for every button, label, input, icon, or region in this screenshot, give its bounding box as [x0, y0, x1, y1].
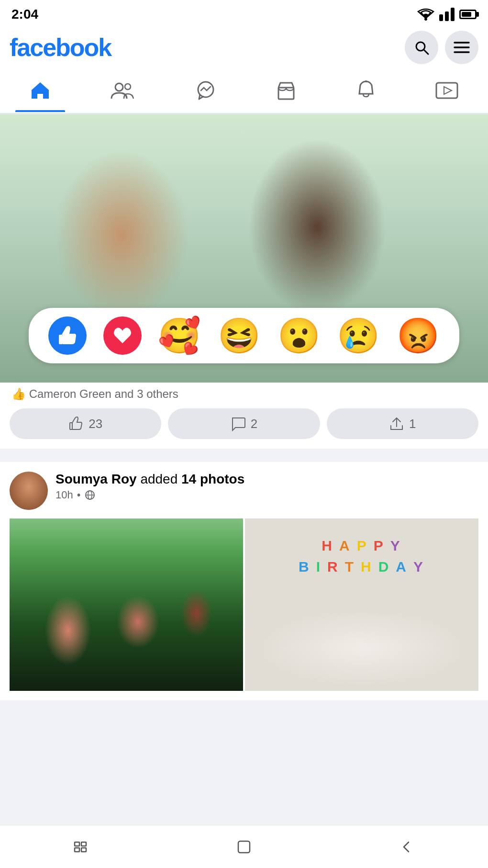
post-action: added	[140, 472, 181, 486]
post-header: Soumya Roy added 14 photos 10h •	[10, 472, 478, 510]
post-time: 10h •	[55, 489, 478, 501]
angry-reaction[interactable]: 😡	[397, 318, 440, 353]
svg-line-1	[424, 50, 428, 54]
grid-photo-1[interactable]	[10, 519, 243, 691]
photo-grid: H A P P Y B I R T H D A Y	[10, 519, 478, 691]
facebook-logo: facebook	[10, 33, 111, 62]
time-separator: •	[77, 489, 81, 501]
tab-friends[interactable]	[96, 76, 150, 105]
comment-button[interactable]: 2	[168, 408, 320, 439]
battery-icon	[459, 10, 477, 19]
messenger-icon	[195, 80, 216, 101]
cake-text: H A P P Y B I R T H D A Y	[245, 533, 478, 580]
like-btn-icon	[68, 416, 84, 431]
grid-photo-2[interactable]: H A P P Y B I R T H D A Y	[245, 519, 478, 691]
action-buttons: 23 2 1	[0, 401, 488, 449]
svg-rect-13	[70, 423, 72, 429]
nav-menu-icon	[73, 838, 90, 856]
comment-btn-icon	[231, 416, 246, 431]
share-btn-icon	[389, 416, 404, 431]
avatar[interactable]	[10, 472, 48, 510]
share-count: 1	[409, 417, 416, 431]
signal-icon	[439, 8, 455, 21]
status-time: 2:04	[11, 7, 38, 22]
status-icons	[417, 8, 477, 21]
friends-icon	[111, 80, 135, 101]
top-nav-actions	[405, 31, 478, 64]
bell-icon	[356, 79, 376, 101]
svg-rect-19	[81, 842, 86, 846]
svg-rect-22	[238, 841, 250, 853]
svg-rect-21	[81, 848, 86, 852]
time-ago: 10h	[55, 489, 73, 501]
hamburger-icon	[454, 41, 470, 54]
like-reaction[interactable]	[48, 316, 87, 355]
svg-rect-10	[436, 83, 457, 98]
nav-home-button[interactable]	[220, 833, 268, 861]
tab-watch[interactable]	[421, 76, 473, 105]
svg-rect-20	[75, 848, 79, 852]
author-name: Soumya Roy	[55, 472, 137, 486]
menu-button[interactable]	[445, 31, 478, 64]
section-divider	[0, 456, 488, 462]
share-button[interactable]: 1	[327, 408, 478, 439]
status-bar: 2:04	[0, 0, 488, 27]
svg-rect-18	[75, 842, 79, 846]
likes-text: Cameron Green and 3 others	[29, 387, 178, 400]
haha-reaction[interactable]: 😆	[218, 318, 261, 353]
tab-notifications[interactable]	[342, 75, 390, 106]
post-meta: Soumya Roy added 14 photos 10h •	[55, 472, 478, 501]
thumbs-up-icon	[56, 324, 79, 347]
home-icon	[30, 80, 51, 101]
nav-menu-button[interactable]	[57, 833, 105, 861]
search-icon	[413, 39, 430, 56]
svg-point-5	[115, 83, 123, 91]
nav-back-button[interactable]	[383, 833, 431, 861]
bottom-nav	[0, 825, 488, 868]
nav-tabs	[0, 70, 488, 114]
search-button[interactable]	[405, 31, 438, 64]
love-reaction[interactable]	[103, 316, 142, 355]
tab-messenger[interactable]	[181, 75, 231, 106]
likes-info[interactable]: 👍 Cameron Green and 3 others	[0, 383, 488, 401]
photo-count: 14 photos	[181, 472, 244, 486]
play-icon	[435, 81, 458, 100]
post-author: Soumya Roy added 14 photos	[55, 472, 478, 487]
first-post-card: 🥰 😆 😮 😢 😡 👍 Cameron Green and 3 others	[0, 114, 488, 449]
nav-home-icon	[235, 838, 253, 856]
top-nav: facebook	[0, 27, 488, 70]
marketplace-icon	[276, 80, 297, 101]
wow-reaction[interactable]: 😮	[277, 318, 321, 353]
globe-icon	[84, 489, 96, 501]
post-image[interactable]: 🥰 😆 😮 😢 😡	[0, 114, 488, 383]
reaction-bar: 🥰 😆 😮 😢 😡	[29, 308, 459, 363]
like-count: 23	[89, 417, 102, 431]
svg-point-6	[125, 84, 131, 90]
second-post-card: Soumya Roy added 14 photos 10h •	[0, 462, 488, 700]
wifi-icon	[417, 8, 434, 21]
like-button[interactable]: 23	[10, 408, 161, 439]
comment-count: 2	[251, 417, 257, 431]
care-reaction[interactable]: 🥰	[158, 318, 201, 353]
svg-rect-12	[59, 335, 63, 344]
svg-marker-11	[444, 87, 452, 94]
sad-reaction[interactable]: 😢	[337, 318, 380, 353]
nav-back-icon	[398, 838, 415, 856]
selfie-photo: 🥰 😆 😮 😢 😡	[0, 114, 488, 383]
tab-home[interactable]	[15, 76, 65, 105]
heart-icon	[111, 324, 134, 347]
tab-marketplace[interactable]	[261, 75, 311, 106]
